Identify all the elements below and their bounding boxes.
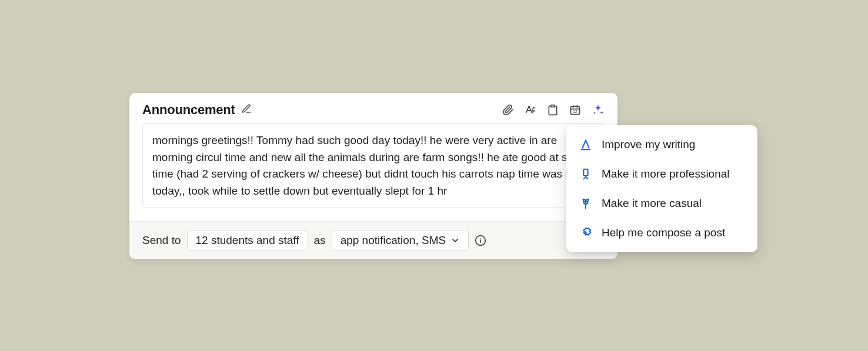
professional-icon — [579, 168, 592, 180]
chevron-down-icon — [450, 236, 460, 245]
menu-item-label: Help me compose a post — [602, 226, 725, 239]
improve-writing-icon — [579, 138, 592, 151]
ai-sparkle-icon[interactable] — [592, 103, 605, 116]
menu-item-compose-post[interactable]: Help me compose a post — [566, 218, 757, 248]
menu-item-label: Make it more professional — [602, 168, 730, 180]
as-label: as — [314, 234, 326, 247]
send-to-label: Send to — [142, 234, 181, 247]
card-header: Announcement 12 — [129, 93, 617, 123]
calendar-icon[interactable]: 12 — [569, 104, 581, 116]
edit-title-icon[interactable] — [241, 103, 252, 116]
recipients-text: 12 students and staff — [196, 234, 299, 247]
delivery-button[interactable]: app notification, SMS — [332, 230, 469, 251]
clipboard-icon[interactable] — [547, 104, 559, 116]
svg-point-6 — [585, 231, 586, 232]
svg-text:12: 12 — [573, 109, 577, 113]
compose-icon — [579, 226, 592, 239]
menu-item-label: Improve my writing — [602, 138, 695, 151]
announcement-textarea[interactable] — [142, 123, 605, 208]
menu-item-label: Make it more casual — [602, 197, 702, 210]
svg-point-4 — [480, 238, 481, 239]
svg-rect-5 — [583, 169, 587, 176]
toolbar: 12 — [502, 103, 605, 116]
svg-rect-0 — [551, 105, 555, 107]
attachment-icon[interactable] — [502, 104, 514, 116]
casual-icon — [579, 197, 592, 210]
recipients-button[interactable]: 12 students and staff — [187, 230, 308, 251]
menu-item-more-professional[interactable]: Make it more professional — [566, 159, 757, 189]
card-footer: Send to 12 students and staff as app not… — [129, 221, 617, 259]
announcement-card: Announcement 12 Send to — [129, 93, 617, 259]
delivery-text: app notification, SMS — [340, 234, 446, 247]
title-wrap: Announcement — [142, 102, 252, 118]
menu-item-more-casual[interactable]: Make it more casual — [566, 189, 757, 218]
text-format-icon[interactable] — [525, 104, 536, 116]
info-icon[interactable] — [475, 235, 486, 246]
card-title: Announcement — [142, 102, 235, 118]
ai-menu: Improve my writing Make it more professi… — [566, 125, 757, 252]
menu-item-improve-writing[interactable]: Improve my writing — [566, 130, 757, 159]
body-wrap — [129, 123, 617, 221]
